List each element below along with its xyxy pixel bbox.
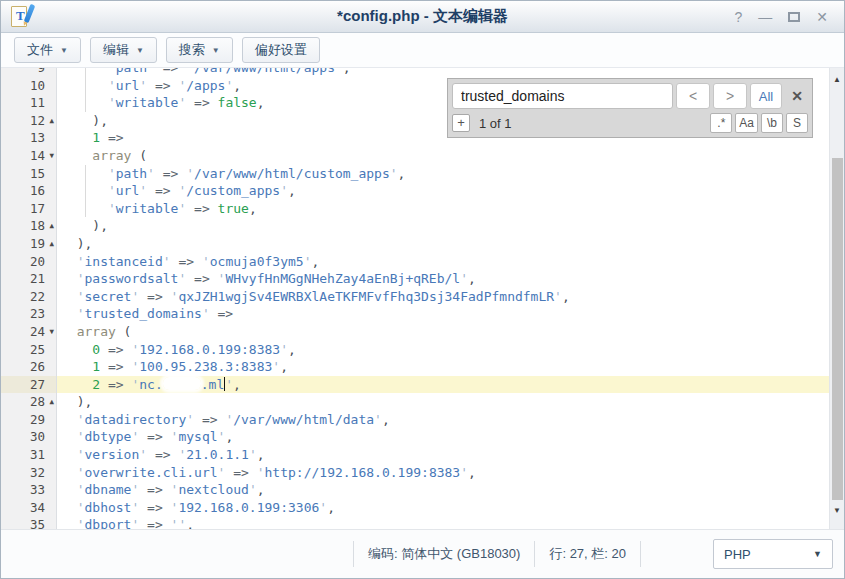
dropdown-arrow-icon: ▼ <box>813 549 822 559</box>
code-text: 2 => 'nc..ml', <box>57 376 829 394</box>
code-line-25[interactable]: 25 0 => '192.168.0.199:8383', <box>1 341 829 359</box>
line-number: 28▲ <box>1 393 57 411</box>
code-text: 'dbhost' => '192.168.0.199:3306', <box>57 499 829 517</box>
line-number: 26 <box>1 358 57 376</box>
code-line-28[interactable]: 28▲ ), <box>1 393 829 411</box>
code-text: ), <box>57 217 829 235</box>
find-next-button[interactable]: > <box>713 83 747 109</box>
vertical-scrollbar[interactable]: ▲ ▼ <box>829 68 844 529</box>
code-line-16[interactable]: 16 'url' => '/custom_apps', <box>1 182 829 200</box>
line-number: 19▲ <box>1 235 57 253</box>
code-text: 'version' => '21.0.1.1', <box>57 446 829 464</box>
line-number: 32 <box>1 464 57 482</box>
regex-toggle[interactable]: .* <box>710 113 732 133</box>
code-line-18[interactable]: 18▲ ), <box>1 217 829 235</box>
line-number: 11 <box>1 94 57 112</box>
code-text: 'overwrite.cli.url' => 'http://192.168.0… <box>57 464 829 482</box>
scroll-down-icon[interactable]: ▼ <box>830 506 844 515</box>
code-line-26[interactable]: 26 1 => '100.95.238.3:8383', <box>1 358 829 376</box>
toolbar-button-搜索[interactable]: 搜索▼ <box>166 37 233 63</box>
scrollbar-thumb[interactable] <box>832 158 843 500</box>
code-line-21[interactable]: 21 'passwordsalt' => 'WHvyfHnMGgNHehZay4… <box>1 270 829 288</box>
code-text: 'writable' => true, <box>57 200 829 218</box>
line-number: 15 <box>1 165 57 183</box>
line-number: 29 <box>1 411 57 429</box>
fold-end-icon[interactable]: ▲ <box>49 217 54 235</box>
line-number: 21 <box>1 270 57 288</box>
search-input[interactable] <box>452 83 673 109</box>
menu-caret-icon: ▼ <box>212 46 220 55</box>
cursor-position-status: 行: 27, 栏: 20 <box>535 545 640 563</box>
code-line-29[interactable]: 29 'datadirectory' => '/var/www/html/dat… <box>1 411 829 429</box>
title-bar: T *config.php - 文本编辑器 ? — ✕ <box>1 1 844 33</box>
minimize-icon[interactable]: — <box>758 10 772 24</box>
search-panel: < > All ✕ + 1 of 1 .*Aa\bS <box>447 78 813 138</box>
match-count-label: 1 of 1 <box>479 116 512 131</box>
toolbar-button-编辑[interactable]: 编辑▼ <box>90 37 157 63</box>
code-text: 'trusted_domains' => <box>57 305 829 323</box>
code-line-31[interactable]: 31 'version' => '21.0.1.1', <box>1 446 829 464</box>
code-text: 0 => '192.168.0.199:8383', <box>57 341 829 359</box>
code-line-22[interactable]: 22 'secret' => 'qxJZH1wgjSv4EWRBXlAeTKFM… <box>1 288 829 306</box>
line-number: 35 <box>1 516 57 529</box>
encoding-status[interactable]: 编码: 简体中文 (GB18030) <box>354 545 534 563</box>
toolbar-button-文件[interactable]: 文件▼ <box>14 37 81 63</box>
language-select[interactable]: PHP ▼ <box>713 539 833 569</box>
close-icon[interactable]: ✕ <box>816 10 828 24</box>
toolbar-button-偏好设置[interactable]: 偏好设置 <box>242 37 320 63</box>
fold-end-icon[interactable]: ▲ <box>49 112 54 130</box>
search-options: .*Aa\bS <box>707 113 808 133</box>
line-number: 14▼ <box>1 147 57 165</box>
fold-start-icon[interactable]: ▼ <box>49 147 54 165</box>
selection-toggle[interactable]: S <box>786 113 808 133</box>
code-text: 'path' => '/var/www/html/apps', <box>57 68 829 77</box>
code-line-14[interactable]: 14▼ array ( <box>1 147 829 165</box>
add-search-row-button[interactable]: + <box>452 114 470 132</box>
code-text: 'dbtype' => 'mysql', <box>57 428 829 446</box>
line-number: 31 <box>1 446 57 464</box>
code-line-15[interactable]: 15 'path' => '/var/www/html/custom_apps'… <box>1 165 829 183</box>
text-editor-app-icon: T <box>9 4 35 30</box>
code-line-32[interactable]: 32 'overwrite.cli.url' => 'http://192.16… <box>1 464 829 482</box>
code-line-24[interactable]: 24▼ array ( <box>1 323 829 341</box>
code-line-9[interactable]: 9 'path' => '/var/www/html/apps', <box>1 68 829 77</box>
search-close-icon[interactable]: ✕ <box>786 85 808 107</box>
scroll-up-icon[interactable]: ▲ <box>830 75 844 84</box>
fold-end-icon[interactable]: ▲ <box>49 393 54 411</box>
code-line-30[interactable]: 30 'dbtype' => 'mysql', <box>1 428 829 446</box>
fold-start-icon[interactable]: ▼ <box>49 323 54 341</box>
find-all-button[interactable]: All <box>750 83 782 109</box>
code-text: 'datadirectory' => '/var/www/html/data', <box>57 411 829 429</box>
help-icon[interactable]: ? <box>734 10 742 24</box>
code-text: 'url' => '/custom_apps', <box>57 182 829 200</box>
code-line-35[interactable]: 35 'dbport' => '', <box>1 516 829 529</box>
line-number: 27 <box>1 376 57 394</box>
code-text: ), <box>57 235 829 253</box>
code-line-33[interactable]: 33 'dbname' => 'nextcloud', <box>1 481 829 499</box>
code-line-34[interactable]: 34 'dbhost' => '192.168.0.199:3306', <box>1 499 829 517</box>
code-line-17[interactable]: 17 'writable' => true, <box>1 200 829 218</box>
find-previous-button[interactable]: < <box>676 83 710 109</box>
code-line-23[interactable]: 23 'trusted_domains' => <box>1 305 829 323</box>
window-title: *config.php - 文本编辑器 <box>121 7 724 26</box>
line-number: 18▲ <box>1 217 57 235</box>
code-text: 1 => '100.95.238.3:8383', <box>57 358 829 376</box>
code-line-20[interactable]: 20 'instanceid' => 'ocmuja0f3ym5', <box>1 253 829 271</box>
match-case-toggle[interactable]: Aa <box>735 113 758 133</box>
line-number: 16 <box>1 182 57 200</box>
code-line-27[interactable]: 27 2 => 'nc..ml', <box>1 376 829 394</box>
code-editor[interactable]: 9 'path' => '/var/www/html/apps',10 'url… <box>1 68 844 529</box>
menu-toolbar: 文件▼编辑▼搜索▼偏好设置 <box>1 33 844 68</box>
menu-caret-icon: ▼ <box>136 46 144 55</box>
line-number: 30 <box>1 428 57 446</box>
code-text: 'instanceid' => 'ocmuja0f3ym5', <box>57 253 829 271</box>
code-text: array ( <box>57 323 829 341</box>
line-number: 33 <box>1 481 57 499</box>
line-number: 10 <box>1 77 57 95</box>
whole-word-toggle[interactable]: \b <box>761 113 783 133</box>
fold-end-icon[interactable]: ▲ <box>49 235 54 253</box>
code-line-19[interactable]: 19▲ ), <box>1 235 829 253</box>
line-number: 20 <box>1 253 57 271</box>
maximize-icon[interactable] <box>788 12 800 22</box>
language-select-value: PHP <box>724 547 751 562</box>
